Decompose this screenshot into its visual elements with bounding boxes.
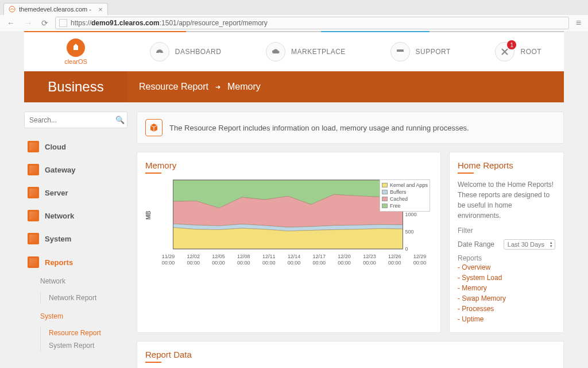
sidebar-item-label: Cloud [45,143,66,151]
crumb-item[interactable]: Resource Report [139,82,208,92]
x-axis-labels: 11/2900:0012/0200:0012/0500:0012/0800:00… [156,254,432,266]
report-data-panel: Report Data Show 50 Rows Date▼Kernel and… [137,341,564,368]
app-topbar: clearOS DASHBOARD MARKETPLACE SUPPORT 1 … [24,31,564,71]
svg-text:500: 500 [405,229,414,235]
forward-icon[interactable]: → [22,18,34,28]
chevron-right-icon: ➜ [215,83,220,91]
subtree-resource-report[interactable]: Resource Report [40,327,127,339]
nav-label: MARKETPLACE [291,48,346,56]
sidebar-item-gateway[interactable]: Gateway [24,158,127,181]
sidebar-item-label: Server [45,189,68,197]
cube-icon [28,233,39,244]
notification-badge: 1 [507,40,516,49]
svg-text:0: 0 [405,246,408,252]
crumb-item: Memory [227,82,261,92]
report-link[interactable]: - Swap Memory [458,293,555,304]
close-tab-icon[interactable]: × [98,5,103,14]
sidebar-item-system[interactable]: System [24,227,127,250]
svg-point-1 [159,52,160,53]
welcome-text: Welcome to the Home Reports! These repor… [458,179,555,221]
panel-title: Report Data [145,350,555,363]
logo-text: clearOS [64,58,87,65]
back-icon[interactable]: ← [5,18,17,28]
cube-icon [28,210,39,221]
nav-label: ROOT [520,48,541,56]
nav-support[interactable]: SUPPORT [390,42,451,62]
y-axis-label: MB [145,177,152,254]
sidebar-item-cloud[interactable]: Cloud [24,135,127,158]
sidebar-item-reports[interactable]: Reports [24,250,127,274]
nav-label: SUPPORT [416,48,451,56]
chart-legend: Kernel and AppsBuffersCachedFree [380,179,430,212]
nav-dashboard[interactable]: DASHBOARD [150,42,222,62]
subtree-system-report[interactable]: System Report [40,339,127,352]
cube-icon [28,141,39,152]
logo-mark-icon [67,39,85,57]
breadcrumb: Resource Report ➜ Memory [127,82,261,92]
reload-icon[interactable]: ⟳ [39,18,51,28]
subtree-network-report[interactable]: Network Report [40,292,127,304]
sidebar-item-label: Gateway [45,166,75,174]
report-link[interactable]: - Overview [458,262,555,273]
info-banner: The Resource Report includes information… [137,112,564,144]
nav-root[interactable]: 1 ROOT [495,42,541,62]
report-link[interactable]: - Processes [458,304,555,314]
favicon-icon [9,6,16,13]
nav-label: DASHBOARD [175,48,222,56]
section-header: Business Resource Report ➜ Memory [24,71,564,102]
cloud-icon [266,42,285,62]
cube-icon [28,164,39,175]
subtree-system-head[interactable]: System [40,309,127,324]
subtree-network-head[interactable]: Network [40,274,127,289]
panel-title: Home Reports [458,160,555,174]
url-text: https://demo91.clearos.com:1501/app/reso… [71,19,268,27]
page-icon [59,19,67,27]
browser-chrome: themedevel.clearos.com - × ← → ⟳ https:/… [0,0,588,31]
sidebar-item-server[interactable]: Server [24,181,127,204]
browser-tab[interactable]: themedevel.clearos.com - × [3,3,108,15]
nav-marketplace[interactable]: MARKETPLACE [266,42,346,62]
report-link[interactable]: - System Load [458,273,555,283]
sidebar-item-label: System [45,235,71,243]
info-text: The Resource Report includes information… [169,124,469,132]
svg-rect-3 [397,52,404,54]
search-input[interactable] [29,116,115,124]
section-title: Business [24,71,127,102]
package-icon [145,119,163,136]
svg-text:1000: 1000 [405,212,417,217]
dashboard-icon [150,42,169,62]
report-link[interactable]: - Memory [458,283,555,293]
cube-icon [28,256,39,268]
filter-label: Filter [458,227,555,235]
memory-chart-panel: Memory MB 050010001500 Kernel and AppsBu… [137,152,441,333]
date-range-select[interactable]: Last 30 Days [504,239,555,250]
inbox-icon [390,42,410,62]
date-range-label: Date Range [458,240,494,248]
search-box[interactable]: 🔍 [24,112,127,128]
search-icon[interactable]: 🔍 [115,116,125,124]
reports-label: Reports [458,254,555,262]
sidebar-item-label: Reports [45,258,73,267]
tab-title: themedevel.clearos.com - [19,6,91,13]
menu-icon[interactable]: ≡ [574,18,583,28]
cube-icon [28,187,39,198]
panel-title: Memory [145,160,432,174]
address-bar[interactable]: https://demo91.clearos.com:1501/app/reso… [55,17,569,29]
settings-icon: 1 [495,42,514,62]
sidebar-item-network[interactable]: Network [24,204,127,227]
sidebar: 🔍 CloudGatewayServerNetworkSystemReports… [24,112,127,368]
app-logo[interactable]: clearOS [24,39,127,65]
report-link[interactable]: - Uptime [458,314,555,324]
sidebar-item-label: Network [45,212,74,220]
home-reports-panel: Home Reports Welcome to the Home Reports… [449,152,564,333]
